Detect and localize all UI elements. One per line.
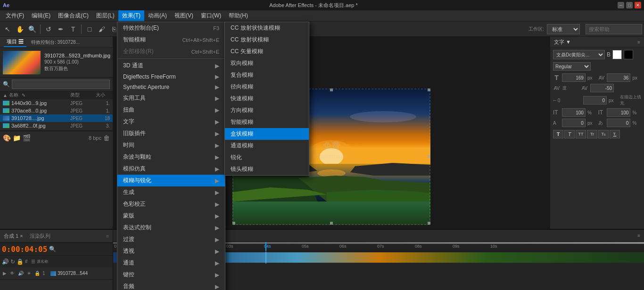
blur-box[interactable]: 盒状模糊 <box>225 128 309 140</box>
panel-btn-trash[interactable]: 🗑 <box>103 134 110 142</box>
menu-entry-channel[interactable]: 通道 ▶ <box>117 257 225 269</box>
font-selector[interactable]: 文鼎Dc黄阳尖... <box>553 50 605 59</box>
style-italic[interactable]: T <box>564 130 575 138</box>
tool-selection[interactable]: ↖ <box>2 24 13 35</box>
panel-btn-folder[interactable]: 📁 <box>13 134 21 142</box>
tool-brush[interactable]: 🖌 <box>96 24 107 35</box>
tool-zoom[interactable]: 🔍 <box>26 24 38 35</box>
render-queue-tab[interactable]: 渲染队列 <box>30 233 50 240</box>
tool-hand[interactable]: ✋ <box>14 24 25 35</box>
menu-entry-legacy[interactable]: 旧版插件 ▶ <box>117 128 225 139</box>
maximize-button[interactable]: □ <box>626 2 633 8</box>
menu-entry-keying[interactable]: 键控 ▶ <box>117 269 225 281</box>
blur-lens[interactable]: 镜头模糊 <box>225 163 309 175</box>
tracking-input[interactable] <box>607 73 630 82</box>
comp-tab[interactable]: 合成 1 × <box>4 233 23 240</box>
fill-color-swatch[interactable] <box>612 50 622 59</box>
style-super[interactable]: Ts <box>598 130 609 138</box>
blur-channel[interactable]: 通道模糊 <box>225 140 309 152</box>
menu-entry-colorcorrect[interactable]: 色彩校正 ▶ <box>117 198 225 210</box>
layer-lock[interactable]: 🔒 <box>33 270 41 276</box>
menu-entry-time[interactable]: 时间 ▶ <box>117 139 225 151</box>
font-style-btn[interactable]: B <box>607 51 611 58</box>
horiz-scale-input[interactable] <box>607 108 630 117</box>
blur-directional[interactable]: 方向模糊 <box>225 105 309 116</box>
tool-rotate[interactable]: ↺ <box>43 24 54 35</box>
project-tab[interactable]: 项目 ☰ <box>4 37 26 47</box>
menu-entry-perspective[interactable]: 透视 ▶ <box>117 245 225 257</box>
solo-icon[interactable]: # <box>25 259 28 264</box>
menu-entry-expression[interactable]: 表达式控制 ▶ <box>117 222 225 234</box>
tsume-input[interactable] <box>607 119 630 127</box>
menu-entry-noise[interactable]: 杂波与颗粒 ▶ <box>117 151 225 163</box>
blur-compound[interactable]: 复合模糊 <box>225 69 309 81</box>
tool-shape[interactable]: □ <box>84 24 95 35</box>
timeline-collapse[interactable]: ≡ <box>106 234 109 239</box>
menu-entry-generate[interactable]: 生成 ▶ <box>117 186 225 198</box>
blur-cc-radial-fast[interactable]: CC 放射状快速模糊 <box>225 22 309 34</box>
menu-entry-3d[interactable]: 3D 通道 ▶ <box>117 60 225 72</box>
blur-fast[interactable]: 快速模糊 <box>225 93 309 105</box>
label-icon[interactable]: ☰ <box>31 259 35 264</box>
menu-entry-simulation[interactable]: 模拟仿真 ▶ <box>117 163 225 175</box>
menu-edit[interactable]: 编辑(E) <box>28 10 54 21</box>
vert-scale-input[interactable] <box>562 108 586 117</box>
menu-entry-smart-blur[interactable]: 智能模糊 Ctrl+Alt+Shift+E <box>117 34 225 46</box>
layer-visibility[interactable]: 👁 <box>9 270 16 276</box>
file-item-2[interactable]: 3910728....jpg JPEG 18 <box>0 114 113 122</box>
panel-btn-bpc[interactable]: 8 bpc <box>89 135 101 141</box>
menu-entry-utility[interactable]: 实用工具 ▶ <box>117 92 225 104</box>
blur-smart[interactable]: 智能模糊 <box>225 116 309 128</box>
search-timeline-icon[interactable]: 🔍 <box>49 246 56 252</box>
menu-entry-effects-control[interactable]: 特效控制台(E) F3 <box>117 22 225 34</box>
blur-bilateral[interactable]: 双向模糊 <box>225 57 309 69</box>
blur-cc-vector[interactable]: CC 矢量模糊 <box>225 46 309 57</box>
blur-sharpen[interactable]: 锐化 <box>225 152 309 163</box>
file-item-0[interactable]: 1440x90...9.jpg JPEG 1. <box>0 99 113 107</box>
blur-cc-radial[interactable]: CC 放射状模糊 <box>225 34 309 46</box>
file-item-3[interactable]: 3a68ff2...0f.jpg JPEG 3. <box>0 122 113 129</box>
loop-icon[interactable]: ↻ <box>10 258 15 265</box>
minimize-button[interactable]: ─ <box>618 2 624 8</box>
panel-btn-color[interactable]: 🎨 <box>3 134 11 142</box>
close-button[interactable]: ✕ <box>635 2 641 8</box>
style-bold[interactable]: T <box>553 130 563 138</box>
stroke-color-swatch[interactable] <box>624 50 633 59</box>
lock-icon[interactable]: 🔒 <box>17 258 24 265</box>
menu-effects[interactable]: 效果(T) <box>118 10 144 21</box>
menu-entry-transition[interactable]: 过渡 ▶ <box>117 234 225 245</box>
baseline-input[interactable] <box>562 119 586 127</box>
panel-btn-comp[interactable]: 🎬 <box>23 134 31 142</box>
audio-icon[interactable]: 🔊 <box>2 258 9 265</box>
layer-solo[interactable]: ☀ <box>26 270 32 276</box>
menu-layer[interactable]: 图层(L) <box>92 10 118 21</box>
menu-entry-remove-all[interactable]: 全部移除(R) Ctrl+Shift+E <box>117 46 225 57</box>
file-item-4[interactable]: 合成 1 合成 <box>0 129 113 130</box>
layer-audio-toggle[interactable]: 🔊 <box>17 270 25 276</box>
menu-entry-synthetic-aperture[interactable]: Synthetic Aperture ▶ <box>117 82 225 92</box>
style-under[interactable]: T. <box>610 130 620 138</box>
tool-pen[interactable]: ✒ <box>55 24 66 35</box>
menu-entry-distort[interactable]: 扭曲 ▶ <box>117 104 225 116</box>
tool-text[interactable]: T <box>67 24 79 35</box>
style-smallcaps[interactable]: Tr <box>587 130 597 138</box>
effects-control-tab[interactable]: 特效控制台: 3910728... <box>28 38 83 47</box>
menu-view[interactable]: 视图(V) <box>171 10 197 21</box>
menu-help[interactable]: 帮助(H) <box>225 10 252 21</box>
menu-composition[interactable]: 图像合成(C) <box>54 10 92 21</box>
menu-entry-text[interactable]: 文字 ▶ <box>117 116 225 128</box>
menu-window[interactable]: 窗口(W) <box>197 10 225 21</box>
playhead[interactable] <box>265 242 266 251</box>
kerning-input[interactable] <box>590 84 614 92</box>
menu-entry-matte[interactable]: 蒙版 ▶ <box>117 210 225 222</box>
panel-collapse-icon[interactable]: ≡ <box>637 40 640 45</box>
blur-radial[interactable]: 径向模糊 <box>225 81 309 93</box>
project-search-input[interactable] <box>12 80 110 89</box>
font-style-selector[interactable]: Regular <box>553 62 591 71</box>
workspace-selector[interactable]: 标准 <box>547 24 580 34</box>
menu-entry-blur-sharpen[interactable]: 模糊与锐化 ▶ <box>117 175 225 186</box>
menu-file[interactable]: 文件(F) <box>2 10 28 21</box>
menu-animation[interactable]: 动画(A) <box>144 10 171 21</box>
fontsize-input[interactable] <box>562 73 586 82</box>
timeline-collapse-right[interactable]: ≡ <box>637 233 640 238</box>
